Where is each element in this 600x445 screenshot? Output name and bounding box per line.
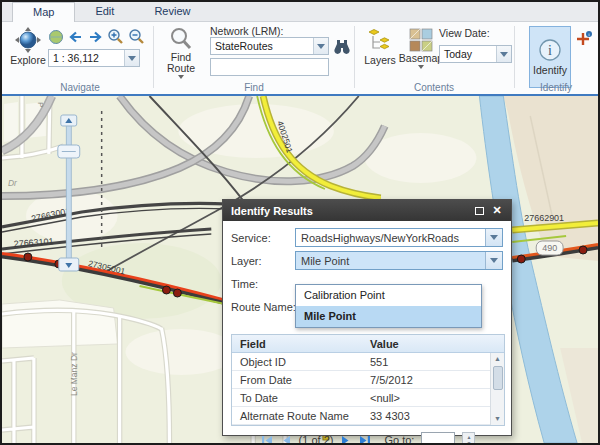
next-extent-arrow-icon[interactable] [87, 29, 104, 45]
street-label: Dr [8, 178, 18, 188]
basemap-icon [409, 28, 433, 52]
scale-dropdown-arrow[interactable] [124, 50, 139, 66]
table-body: Object ID551From Date7/5/2012To Date<nul… [232, 353, 490, 425]
route-name-input[interactable] [210, 58, 329, 76]
zoom-in-icon[interactable] [107, 28, 125, 45]
service-combo[interactable]: RoadsHighways/NewYorkRoads [295, 228, 503, 247]
layer-dropdown-list: Calibration PointMile Point [295, 284, 482, 328]
scroll-up-icon[interactable]: ▲ [494, 353, 501, 365]
table-row[interactable]: Alternate Route Name33 4303 [232, 407, 490, 425]
view-date-combo[interactable]: Today [439, 45, 512, 63]
tab-review[interactable]: Review [134, 2, 210, 21]
previous-extent-arrow-icon[interactable] [67, 29, 84, 45]
full-extent-globe-icon[interactable] [48, 29, 64, 45]
group-label-identify: Identify [518, 82, 594, 93]
tab-map[interactable]: Map [12, 2, 75, 22]
street-label: P [36, 102, 45, 107]
dropdown-option[interactable]: Calibration Point [296, 285, 481, 306]
field-value-table: Field Value Object ID551From Date7/5/201… [231, 334, 505, 426]
pagination-bar: (1 of 2) Go to: ▲▼ [231, 428, 505, 445]
group-label-navigate: Navigate [22, 82, 138, 93]
street-label: Le Manz Dr [69, 352, 79, 396]
tab-edit[interactable]: Edit [75, 2, 134, 21]
scroll-down-icon[interactable]: ▼ [494, 413, 501, 425]
identify-route-characteristics-icon[interactable]: i [575, 30, 593, 48]
layers-icon [367, 28, 393, 54]
previous-page-button[interactable] [281, 434, 292, 445]
route-name-label: Route Name: [231, 301, 301, 313]
dialog-title-bar[interactable]: Identify Results ✕ [223, 200, 511, 221]
view-date-dropdown-arrow[interactable] [496, 46, 511, 62]
goto-page-input[interactable] [421, 432, 455, 445]
application-window: Map Edit Review Explore [0, 0, 600, 445]
page-status: (1 of 2) [299, 434, 334, 445]
table-scrollbar[interactable]: ▲ ▼ [490, 353, 504, 425]
map-scale-combo[interactable]: 1 : 36,112 [48, 49, 140, 67]
layer-label: Layer: [231, 255, 295, 267]
goto-spinner[interactable]: ▲▼ [462, 432, 475, 445]
identify-results-dialog: Identify Results ✕ Service: RoadsHighway… [222, 199, 512, 436]
maximize-icon [475, 207, 484, 215]
view-date-label: View Date: [439, 27, 490, 39]
table-row[interactable]: To Date<null> [232, 389, 490, 407]
find-route-button[interactable]: Find Route [160, 26, 202, 79]
route-shield-490: 490 [536, 241, 563, 255]
goto-label: Go to: [384, 434, 414, 445]
maximize-button[interactable] [471, 204, 487, 218]
svg-text:i: i [548, 43, 552, 58]
find-route-magnifier-icon [168, 26, 194, 52]
dialog-title: Identify Results [231, 205, 313, 217]
svg-text:490: 490 [542, 243, 557, 253]
route-label: 27662901 [524, 213, 564, 223]
last-page-button[interactable] [358, 434, 371, 445]
explore-button[interactable]: Explore [8, 26, 48, 66]
service-label: Service: [231, 232, 295, 244]
network-lrm-label: Network (LRM): [210, 25, 284, 37]
column-header-value: Value [362, 335, 504, 352]
next-page-button[interactable] [340, 434, 351, 445]
identify-button[interactable]: i Identify [529, 26, 571, 88]
dropdown-option[interactable]: Mile Point [296, 306, 481, 327]
table-header: Field Value [232, 335, 504, 353]
ribbon-tab-row: Map Edit Review [2, 2, 598, 22]
ribbon-body: Explore [2, 22, 598, 94]
zoom-out-icon[interactable] [128, 28, 146, 45]
group-label-contents: Contents [382, 82, 486, 93]
explore-globe-icon [14, 26, 42, 54]
service-dropdown-arrow[interactable] [485, 229, 502, 246]
table-row[interactable]: From Date7/5/2012 [232, 371, 490, 389]
ribbon: Map Edit Review Explore [2, 2, 598, 96]
binoculars-icon[interactable] [333, 38, 351, 55]
group-label-find: Find [202, 82, 306, 93]
network-dropdown-arrow[interactable] [313, 38, 328, 54]
layer-dropdown-arrow[interactable] [485, 252, 502, 269]
find-route-caret-icon [178, 75, 184, 79]
column-header-field: Field [232, 335, 362, 352]
identify-info-icon: i [538, 38, 562, 62]
close-icon: ✕ [492, 204, 501, 217]
network-lrm-combo[interactable]: StateRoutes [210, 37, 329, 55]
scrollbar-thumb[interactable] [493, 366, 503, 390]
route-label: 27663101 [13, 236, 53, 249]
basemap-caret-icon [418, 65, 424, 69]
layer-combo[interactable]: Mile Point [295, 251, 503, 270]
basemap-button[interactable]: Basemap [400, 28, 442, 69]
layers-button[interactable]: Layers [362, 28, 398, 66]
time-label: Time: [231, 278, 295, 290]
table-row[interactable]: Object ID551 [232, 353, 490, 371]
close-button[interactable]: ✕ [489, 204, 505, 218]
first-page-button[interactable] [261, 434, 274, 445]
